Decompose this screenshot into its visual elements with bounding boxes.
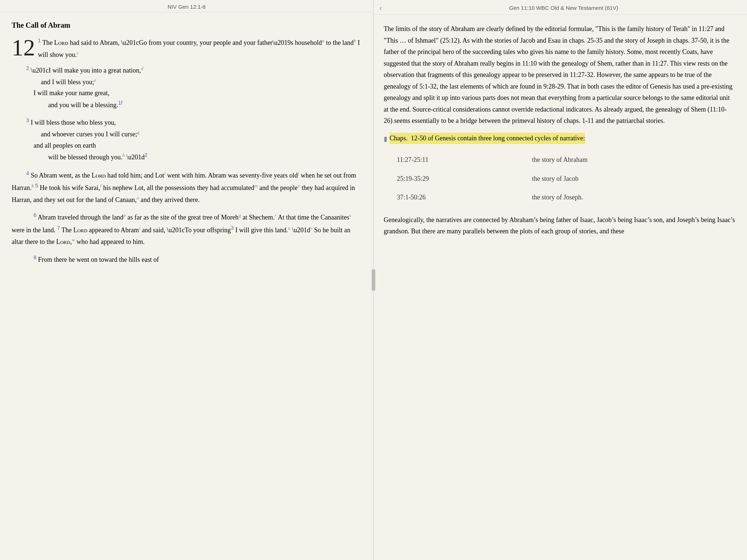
fn-t: t [139, 225, 140, 231]
verse-2-line4: and you will be a blessing.1f [26, 99, 361, 111]
fn-n: n [298, 183, 300, 188]
table-story-1: the story of Abraham [527, 151, 735, 170]
table-ref-1: 11:27-25:11 [392, 151, 527, 170]
verse-3-line1: I will bless those who bless you, [31, 119, 116, 126]
verse-6-para: 6 Abram traveled through the landp as fa… [12, 211, 361, 248]
verse-3-line4: will be blessed through you.h \u201d2 [26, 151, 361, 163]
fn-a: a [322, 38, 325, 43]
fn-h: h [122, 152, 125, 158]
left-header: NIV Gen 12:1-8 [0, 0, 373, 12]
right-header: ‹ Gen 11:10 WBC Old & New Testament (61V… [374, 0, 747, 15]
fn-l: l [100, 183, 102, 188]
fn-m: m [254, 183, 258, 188]
table-story-3: the story of Joseph. [527, 188, 735, 207]
fn-e: e [94, 77, 96, 83]
verse-2-block: 2 \u201cI will make you into a great nat… [26, 64, 361, 110]
right-header-title: Gen 11:10 WBC Old & New Testament (61V) [386, 5, 741, 11]
verse-5-num: 5 [35, 183, 38, 188]
right-content[interactable]: The limits of the story of Abraham are c… [374, 15, 747, 560]
fn-w: w [72, 237, 75, 242]
verse-3-line2: and whoever curses you I will curse;g [26, 128, 361, 140]
fn-j: j [298, 171, 299, 176]
fn-d: d [141, 66, 143, 71]
verse-3-line3: and all peoples on earth [26, 140, 361, 151]
fn-g: g [137, 129, 140, 135]
left-panel: NIV Gen 12:1-8 The Call of Abram 12 1 Th… [0, 0, 374, 560]
fn-r: r [275, 213, 276, 218]
verse-1-text: 1 The Lord had said to Abram, \u201cGo f… [38, 36, 361, 61]
story-table-container: 11:27-25:11 the story of Abraham 25:19-3… [392, 151, 735, 207]
fn-i: i [164, 171, 166, 176]
fn-q: q [239, 213, 241, 218]
verse-2-line3: I will make your name great, [26, 88, 361, 99]
left-content[interactable]: The Call of Abram 12 1 The Lord had said… [0, 12, 373, 560]
fn-o: o [136, 195, 139, 201]
fn-p: p [123, 213, 126, 218]
right-panel: ‹ Gen 11:10 WBC Old & New Testament (61V… [374, 0, 747, 560]
verse-7-num: 7 [57, 225, 60, 231]
table-row-2: 25:19-35:29 the story of Jacob [392, 170, 735, 188]
fn-3: 3 [231, 225, 234, 231]
verse-4-num: 4 [26, 170, 29, 176]
verse-2-line2: and I will bless you;e [26, 76, 361, 88]
highlighted-intro-text: Chaps. 12-50 of Genesis contain three lo… [390, 135, 585, 142]
verse-2-line1: \u201cI will make you into a great natio… [31, 67, 143, 74]
fn-b: b [354, 38, 356, 43]
fn-1f: 1f [118, 100, 123, 106]
fn-c: c [77, 50, 79, 55]
verse-8-para: 8 From there he went on toward the hills… [12, 253, 361, 266]
verse-4-para: 4 So Abram went, as the Lord had told hi… [12, 169, 361, 206]
verse-8-num: 8 [34, 254, 36, 260]
table-row-1: 11:27-25:11 the story of Abraham [392, 151, 735, 170]
fn-v: v [310, 225, 313, 231]
back-button[interactable]: ‹ [379, 4, 382, 12]
verse-3-block: 3 I will bless those who bless you, and … [26, 116, 361, 163]
verse-6-num: 6 [34, 212, 36, 218]
table-ref-2: 25:19-35:29 [392, 170, 527, 188]
highlight-block: ▮ Chaps. 12-50 of Genesis contain three … [384, 133, 735, 145]
verse-2-num: 2 [26, 65, 29, 71]
divider-handle[interactable] [372, 269, 375, 291]
left-header-text: NIV Gen 12:1-8 [167, 4, 205, 10]
table-ref-3: 37:1-50:26 [392, 188, 527, 207]
chapter-block: 12 1 The Lord had said to Abram, \u201cG… [12, 36, 361, 61]
highlight-icon: ▮ [384, 133, 387, 145]
highlighted-intro: Chaps. 12-50 of Genesis contain three lo… [390, 133, 585, 144]
verse-1-num: 1 [38, 38, 41, 43]
chapter-number: 12 [12, 36, 35, 59]
fn-s: s [349, 213, 351, 218]
commentary-body: The limits of the story of Abraham are c… [384, 23, 735, 127]
verse-3-num: 3 [26, 117, 29, 123]
fn-u: u [288, 225, 291, 231]
story-table: 11:27-25:11 the story of Abraham 25:19-3… [392, 151, 735, 207]
table-story-2: the story of Jacob [527, 170, 735, 188]
fn-k: k [31, 183, 34, 188]
commentary-closing: Genealogically, the narratives are conne… [384, 214, 735, 237]
fn-2: 2 [145, 152, 148, 158]
table-row-3: 37:1-50:26 the story of Joseph. [392, 188, 735, 207]
section-title: The Call of Abram [12, 21, 361, 30]
